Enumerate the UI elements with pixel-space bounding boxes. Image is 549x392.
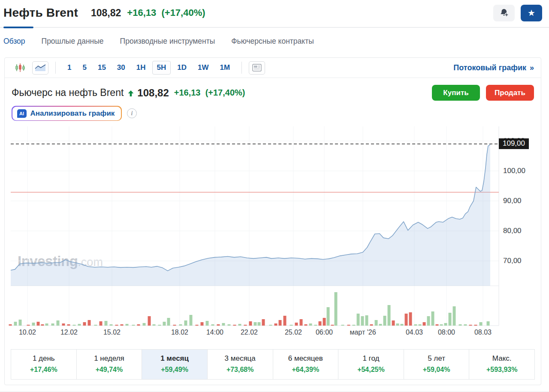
- volume-bar: [353, 325, 356, 326]
- ai-analyze-label: Анализировать график: [30, 109, 115, 118]
- performance-period-value: +54,25%: [338, 366, 404, 374]
- volume-bar: [228, 324, 231, 326]
- volume-bar: [431, 311, 434, 326]
- volume-bar: [105, 321, 108, 326]
- y-axis-tick: 80,00: [503, 227, 522, 235]
- tab-item[interactable]: Производные инструменты: [120, 37, 215, 46]
- volume-bar: [401, 324, 404, 326]
- volume-bar: [284, 316, 287, 326]
- volume-bar: [78, 324, 81, 326]
- volume-bar: [453, 306, 456, 326]
- tab-active[interactable]: Обзор: [3, 37, 25, 46]
- line-chart-icon: [34, 63, 46, 72]
- chart-toolbar: 1515301H5H1D1W1M Потоковый график »: [5, 58, 541, 78]
- performance-period[interactable]: 1 день+17,46%: [11, 350, 76, 379]
- watchlist-button[interactable]: ★: [521, 5, 542, 21]
- instrument-change-abs: +16,13: [174, 88, 201, 97]
- interval-1m[interactable]: 1M: [215, 61, 235, 75]
- quote-page: Нефть Brent 108,82 +16,13 (+17,40%) ★ Об…: [0, 0, 549, 392]
- volume-bar: [27, 325, 30, 326]
- performance-period[interactable]: 1 год+54,25%: [338, 350, 404, 379]
- interval-30[interactable]: 30: [112, 61, 130, 75]
- performance-period[interactable]: Макс.+593,93%: [469, 350, 534, 379]
- info-icon[interactable]: i: [127, 108, 137, 118]
- volume-bar: [436, 324, 439, 326]
- volume-bar: [396, 323, 399, 326]
- volume-bar: [327, 307, 330, 326]
- volume-bar: [196, 325, 199, 326]
- volume-bar: [392, 320, 395, 326]
- volume-bar: [449, 313, 452, 326]
- performance-period[interactable]: 1 неделя+49,74%: [76, 350, 142, 379]
- tab-item[interactable]: Прошлые данные: [42, 37, 104, 46]
- header-change: +16,13 (+17,40%): [127, 7, 205, 18]
- volume-bar: [405, 314, 408, 326]
- interval-1w[interactable]: 1W: [193, 61, 214, 75]
- volume-bar: [341, 325, 344, 326]
- interval-1[interactable]: 1: [63, 61, 76, 75]
- tab-divider: [0, 27, 549, 28]
- volume-bar: [179, 324, 182, 326]
- candlestick-icon: [15, 62, 26, 73]
- candlestick-chart-button[interactable]: [12, 61, 29, 75]
- volume-bar: [388, 305, 391, 326]
- volume-bar: [100, 321, 103, 326]
- performance-period-value: +17,46%: [11, 366, 76, 374]
- volume-bar: [73, 325, 76, 326]
- volume-bar: [361, 316, 364, 326]
- news-icon: [252, 64, 262, 72]
- current-price-badge: 109,00: [499, 138, 529, 149]
- performance-period[interactable]: 5 лет+59,04%: [404, 350, 469, 379]
- interval-15[interactable]: 15: [93, 61, 111, 75]
- x-axis-tick: 10.02: [10, 329, 45, 336]
- volume-bar: [464, 324, 467, 326]
- ai-analyze-button[interactable]: AI Анализировать график: [12, 106, 122, 121]
- create-alert-button[interactable]: [493, 5, 515, 21]
- chart-card: 1515301H5H1D1W1M Потоковый график »: [4, 57, 541, 385]
- section-divider: [0, 391, 549, 392]
- x-axis-tick: 22.02: [232, 329, 266, 336]
- volume-bar: [57, 320, 60, 326]
- volume-bar: [249, 321, 252, 326]
- volume-bar: [274, 323, 278, 326]
- line-chart-button[interactable]: [32, 61, 48, 75]
- x-axis-tick: 25.02: [276, 329, 311, 336]
- volume-bar: [37, 322, 40, 326]
- performance-period[interactable]: 6 месяцев+64,39%: [273, 350, 338, 379]
- performance-period-label: 3 месяца: [208, 354, 273, 363]
- volume-bar: [487, 321, 490, 326]
- volume-bar: [167, 318, 170, 326]
- volume-bar: [14, 322, 17, 326]
- y-axis-tick: 100,00: [503, 167, 525, 175]
- performance-period-label: 1 месяц: [142, 354, 207, 363]
- volume-bar: [115, 325, 118, 326]
- buy-button[interactable]: Купить: [432, 85, 480, 101]
- y-axis-tick: 90,00: [503, 197, 522, 205]
- volume-bar: [314, 325, 317, 326]
- performance-period[interactable]: 3 месяца+73,68%: [207, 350, 273, 379]
- x-axis-tick: 06:00: [307, 329, 341, 336]
- volume-bar: [126, 324, 129, 326]
- sell-button[interactable]: Продать: [486, 85, 534, 101]
- streaming-chart-link[interactable]: Потоковый график »: [453, 63, 534, 72]
- volume-bar: [9, 324, 12, 326]
- instrument-price: 108,82: [137, 87, 169, 99]
- volume-bar: [41, 324, 44, 326]
- interval-5h[interactable]: 5H: [152, 61, 171, 75]
- volume-bar: [474, 325, 477, 326]
- up-arrow-icon: [128, 90, 134, 96]
- x-axis-tick: 04.03: [397, 329, 431, 336]
- interval-1h[interactable]: 1H: [132, 61, 151, 75]
- interval-5[interactable]: 5: [78, 61, 91, 75]
- tab-item[interactable]: Фьючерсные контракты: [231, 37, 314, 46]
- active-tab-indicator: [3, 27, 33, 28]
- interval-1d[interactable]: 1D: [172, 61, 191, 75]
- volume-bar: [88, 320, 91, 326]
- news-panel-button[interactable]: [249, 61, 265, 75]
- performance-period[interactable]: 1 месяц+59,49%: [142, 350, 207, 379]
- volume-bar: [51, 323, 54, 326]
- volume-bar: [459, 324, 462, 326]
- volume-bar: [19, 320, 22, 326]
- chart-canvas[interactable]: [5, 126, 541, 341]
- volume-bar: [419, 324, 422, 326]
